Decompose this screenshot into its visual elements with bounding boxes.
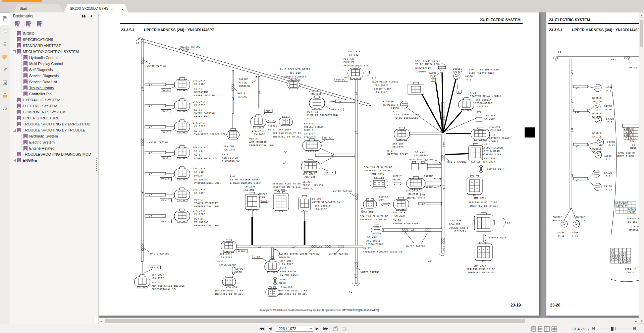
bookmark-item-hydraulic-control[interactable]: Hydraulic Control [10,55,98,61]
bookmark-item-electric-system[interactable]: ELECTRIC SYSTEM [10,103,98,109]
bookmark-item-hydraulic-system[interactable]: Hydraulic System [10,133,98,139]
collapse-node-icon[interactable]: − [13,50,16,53]
diagram-label: WHITE TAPING [300,253,319,256]
goto-bookmark-icon[interactable] [36,21,43,28]
next-page-button[interactable]: ▶ [316,326,318,331]
bookmark-item-mechatro-control-system[interactable]: −MECHATRO CONTROL SYSTEM [10,49,98,55]
bookmark-item-controller-pin[interactable]: Controller Pin [10,91,98,97]
bookmark-item-trouble-history[interactable]: Trouble History [10,85,98,91]
scroll-left-icon[interactable]: ◂ [99,319,104,324]
diagram-label: INSERTED IN TO ALL [272,186,301,188]
bookmark-label: MECHATRO CONTROL SYSTEM [23,50,79,54]
facing-view-icon[interactable] [544,326,550,332]
collapse-panel-icon[interactable] [90,14,93,18]
bookmark-item-multi-display-control[interactable]: Multi Display Control [10,61,98,67]
diagram-label: φ7 [571,174,574,177]
expand-node-icon[interactable]: + [13,159,16,162]
pin-table-cell: 323 [622,258,627,260]
bookmark-item-electric-system[interactable]: Electric System [10,139,98,145]
zoom-in-icon[interactable]: ⊕ [633,326,637,331]
sidebar-signature-button[interactable] [0,102,10,114]
diagram-label: PROPORTIONAL SOL. [343,64,370,67]
zoom-slider-track[interactable] [601,329,631,329]
bookmark-item-index[interactable]: INDEX [10,31,98,37]
diagram-label: SWING FLASHER [482,147,503,149]
page-dropdown-icon[interactable]: ▾ [310,327,312,330]
horizontal-scrollbar[interactable]: ◂ ▸ [99,318,639,324]
diagram-label: 2FA-JMI+ [309,90,322,92]
bookmark-item-specifications[interactable]: SPECIFICATIONS [10,37,98,43]
bookmark-flag-icon [23,92,28,96]
diagram-label: CN-116F [194,83,205,86]
horizontal-scroll-thumb[interactable] [105,319,525,323]
pin-table-cell: KY [623,255,626,257]
sidebar-layers-button[interactable] [0,38,10,51]
vertical-scroll-thumb[interactable] [640,20,643,47]
bookmark-item-hydraulic-system[interactable]: HYDRAULIC SYSTEM [10,97,98,103]
zoom-dropdown-icon[interactable]: ▾ [588,328,589,331]
sidebar-bookmarks-button[interactable] [0,12,10,25]
single-page-view-icon[interactable] [530,326,537,332]
diagram-label: LEFT & REAR [482,150,500,153]
bookmark-item-self-diagnosis[interactable]: Self Diagnosis [10,67,98,73]
diagram-label: (COIL) [489,140,498,143]
pin-table-cell: - [616,252,618,254]
bookmark-item-engine-related[interactable]: Engine Related [10,145,98,151]
diagram-label: SEALING PLUG TO BE [279,289,307,292]
bookmark-item-upper-structure[interactable]: UPPER STRUCTURE [10,115,98,121]
diagram-label: PSV-P2: [343,58,355,60]
vertical-scrollbar[interactable]: ▴ ▾ [639,12,644,323]
diagram-label: SUPPLY [235,268,245,270]
bookmark-item-service-data-list[interactable]: Service Data List [10,79,98,85]
scroll-up-icon[interactable]: ▴ [639,12,644,18]
previous-page-button[interactable]: ◀ [269,326,271,331]
add-bookmark-icon[interactable] [25,21,32,28]
diagram-label: WHITE TAPING [329,253,348,256]
diagram-label: R-3: [372,77,378,80]
sidebar-destinations-button[interactable] [0,76,10,89]
diagram-label: φ7 [355,92,358,95]
next-view-icon[interactable] [341,326,347,331]
sidebar-pages-button[interactable] [0,25,10,38]
bookmark-flag-icon [17,116,21,120]
bookmark-item-service-diagnosis[interactable]: Service Diagnosis [10,73,98,79]
continuous-view-icon[interactable] [537,326,543,332]
bookmark-item-troubleshooting-diagnosis-mod[interactable]: TROUBLESHOOTING DIAGNOSIS MOD [10,151,98,157]
diagram-label: SEALING PLUG TO BE [215,289,243,292]
sidebar-security-button[interactable] [0,89,10,102]
diagram-label: SUPPLY WITH [489,236,506,239]
bookmark-item-engine[interactable]: +ENGINE [10,157,98,163]
diagram-label: TRAVEL PRIORITY [194,202,218,205]
zoom-slider-thumb[interactable] [611,327,613,331]
first-page-button[interactable]: ◀◀ [259,326,264,331]
scroll-right-icon[interactable]: ▸ [633,319,639,324]
diagram-label: FRAME GND OF [616,152,636,154]
zoom-level[interactable]: 81.46% [566,327,585,331]
last-page-button[interactable]: ▶▶ [323,326,328,331]
tab-document[interactable]: SK200-SK210LC-8 (HS ... × [64,4,128,12]
bookmark-item-components-system[interactable]: COMPONENTS SYSTEM [10,109,98,115]
bookmark-item-trouble-shooting-by-error-codi[interactable]: TROUBLE SHOOTING BY ERROR CODI [10,121,98,127]
collapse-all-bookmarks-icon[interactable] [14,21,21,28]
expand-panel-icon[interactable] [82,14,87,18]
diagram-label: 2FS-090II [366,240,380,242]
scroll-down-icon[interactable]: ▾ [639,318,644,323]
sidebar-attachments-button[interactable] [0,63,10,76]
previous-view-icon[interactable] [333,326,339,331]
collapse-node-icon[interactable]: − [13,129,16,132]
panel-resize-grip[interactable] [96,158,97,171]
zoom-out-icon[interactable]: ⊖ [592,326,596,331]
pin-table-cell: - [628,255,630,257]
continuous-facing-view-icon[interactable] [551,326,557,332]
diagram-label: SUPPLY WITH [487,168,504,170]
signature-icon [2,105,8,111]
diagram-label: 2MA-JMI+ [278,128,291,131]
sidebar-comments-button[interactable] [0,51,10,63]
wiring-diagram-right: ※4φ32WHITEφ15φ7LA308P-4φ13DOUBLESPLICELA… [546,12,639,316]
page-number-input[interactable]: 223 / 1072 ▾ [276,326,313,332]
tab-start[interactable]: Start [13,4,63,12]
diagram-label: WITH [259,196,265,199]
diagram-label: PROPORTIONAL SOL. [194,224,221,227]
bookmark-item-trouble-shooting-by-trouble[interactable]: −TROUBLE SHOOTING BY TROUBLE [10,127,98,133]
bookmark-item-standard-andtest[interactable]: STANDARD ANDTEST [10,43,98,49]
